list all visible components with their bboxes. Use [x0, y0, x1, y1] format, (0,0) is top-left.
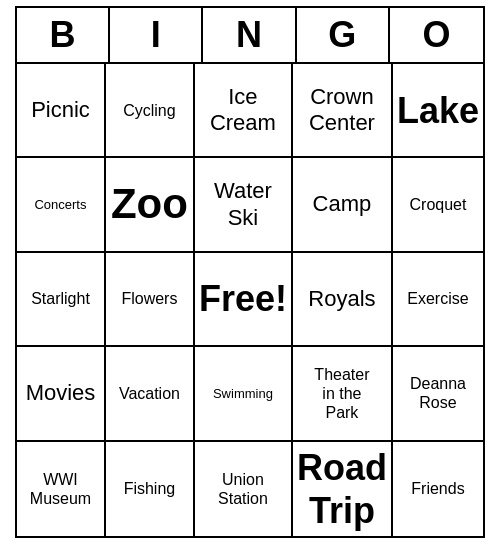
bingo-cell-text: Camp: [313, 191, 372, 217]
bingo-card: BINGO PicnicCyclingIceCreamCrownCenterLa…: [15, 6, 485, 538]
bingo-header-letter: B: [17, 8, 110, 62]
bingo-header-letter: I: [110, 8, 203, 62]
bingo-cell-text: Exercise: [407, 289, 468, 308]
bingo-grid: PicnicCyclingIceCreamCrownCenterLakeConc…: [17, 64, 483, 536]
bingo-cell-text: WWIMuseum: [30, 470, 91, 508]
bingo-cell: Croquet: [393, 158, 483, 252]
bingo-header-letter: G: [297, 8, 390, 62]
bingo-cell: Picnic: [17, 64, 106, 158]
bingo-cell: UnionStation: [195, 442, 293, 536]
bingo-cell: Lake: [393, 64, 483, 158]
bingo-cell: IceCream: [195, 64, 293, 158]
bingo-cell-text: Lake: [397, 89, 479, 132]
bingo-cell-text: CrownCenter: [309, 84, 375, 137]
bingo-cell-text: Fishing: [124, 479, 176, 498]
bingo-cell: Zoo: [106, 158, 195, 252]
bingo-cell-text: Zoo: [111, 179, 188, 229]
bingo-cell-text: Swimming: [213, 386, 273, 402]
bingo-cell-text: Picnic: [31, 97, 90, 123]
bingo-cell-text: WaterSki: [214, 178, 272, 231]
bingo-cell-text: Croquet: [410, 195, 467, 214]
bingo-cell-text: Theaterin thePark: [314, 365, 369, 423]
bingo-cell-text: Cycling: [123, 101, 175, 120]
bingo-cell-text: RoadTrip: [297, 446, 387, 532]
bingo-cell-text: Movies: [26, 380, 96, 406]
bingo-cell-text: Royals: [308, 286, 375, 312]
bingo-cell: Movies: [17, 347, 106, 441]
bingo-cell-text: Friends: [411, 479, 464, 498]
bingo-cell: Swimming: [195, 347, 293, 441]
bingo-header-letter: N: [203, 8, 296, 62]
bingo-cell: WaterSki: [195, 158, 293, 252]
bingo-cell: DeannaRose: [393, 347, 483, 441]
bingo-cell: Royals: [293, 253, 393, 347]
bingo-cell: Free!: [195, 253, 293, 347]
bingo-header: BINGO: [17, 8, 483, 64]
bingo-cell: Starlight: [17, 253, 106, 347]
bingo-cell: Exercise: [393, 253, 483, 347]
bingo-cell-text: Flowers: [121, 289, 177, 308]
bingo-cell: CrownCenter: [293, 64, 393, 158]
bingo-cell: Fishing: [106, 442, 195, 536]
bingo-cell: Concerts: [17, 158, 106, 252]
bingo-cell: Flowers: [106, 253, 195, 347]
bingo-cell: Camp: [293, 158, 393, 252]
bingo-cell-text: Free!: [199, 277, 287, 320]
bingo-cell-text: Concerts: [34, 197, 86, 213]
bingo-cell-text: DeannaRose: [410, 374, 466, 412]
bingo-cell: WWIMuseum: [17, 442, 106, 536]
bingo-cell-text: Vacation: [119, 384, 180, 403]
bingo-cell: Theaterin thePark: [293, 347, 393, 441]
bingo-cell: Vacation: [106, 347, 195, 441]
bingo-cell-text: Starlight: [31, 289, 90, 308]
bingo-header-letter: O: [390, 8, 483, 62]
bingo-cell: Friends: [393, 442, 483, 536]
bingo-cell: RoadTrip: [293, 442, 393, 536]
bingo-cell-text: IceCream: [210, 84, 276, 137]
bingo-cell-text: UnionStation: [218, 470, 268, 508]
bingo-cell: Cycling: [106, 64, 195, 158]
